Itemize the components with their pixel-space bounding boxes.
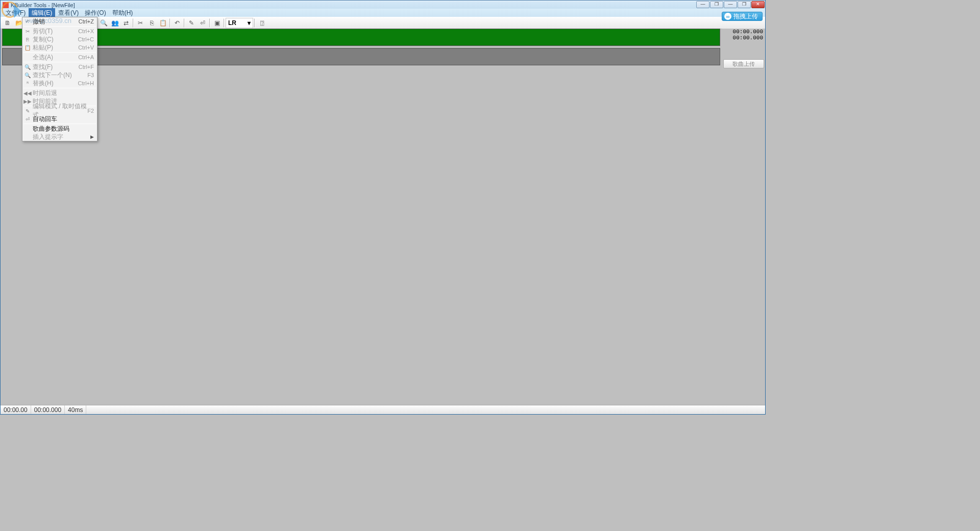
auto-enter-icon[interactable]: ⏎ [197,18,208,28]
replace-icon[interactable]: ⇄ [120,18,132,28]
menu-item-label: 歌曲参数源码 [32,125,94,133]
copy-icon[interactable]: ⎘ [146,18,157,28]
menu-item-粘贴P: 📋粘贴(P)Ctrl+V [22,43,97,52]
maximize-button[interactable]: ❐ [738,1,751,8]
menubar: 文件(F) 编辑(E) 查看(V) 操作(O) 帮助(H) [1,9,765,17]
separator [184,18,185,28]
menu-item-icon: ◀◀ [23,90,32,96]
window-title: KBuilder Tools - [NewFile] [11,2,75,8]
menu-action[interactable]: 操作(O) [82,8,109,18]
menu-item-全选A: 全选(A)Ctrl+A [22,53,97,61]
menu-item-自动回车[interactable]: ⏎自动回车 [22,115,97,123]
drag-upload-button[interactable]: ∞ 拖拽上传 [722,12,763,21]
menu-item-歌曲参数源码[interactable]: 歌曲参数源码 [22,125,97,133]
menu-edit[interactable]: 编辑(E) [29,8,55,18]
menu-item-剪切T: ✂剪切(T)Ctrl+X [22,27,97,35]
menu-item-label: 自动回车 [32,115,94,124]
menu-item-icon: ✎ [23,108,32,114]
menu-item-icon: ✂ [23,29,32,34]
find-icon[interactable]: 🔍 [98,18,109,28]
menu-item-label: 剪切(T) [32,27,78,36]
menu-item-shortcut: Ctrl+X [78,28,94,34]
menu-item-label: 查找下一个(N) [32,71,87,80]
menu-item-编辑模式取时值模式: ✎编辑模式 / 取时值模式F2 [22,107,97,115]
cut-icon[interactable]: ✂ [135,18,146,28]
menu-item-icon: 📋 [23,45,32,51]
menu-item-shortcut: Ctrl+A [78,54,94,60]
help-icon[interactable]: ⍰ [256,18,267,28]
menu-item-icon: ᴿ [23,81,32,86]
drag-upload-label: 拖拽上传 [733,12,758,21]
menu-item-shortcut: Ctrl+V [78,44,94,51]
find-next-icon[interactable]: 👥 [109,18,120,28]
upload-song-button[interactable]: 歌曲上传 [723,59,764,68]
menu-item-icon: 🔍 [23,73,32,78]
source-icon[interactable]: ▣ [211,18,223,28]
menu-item-icon: ⏎ [23,116,32,122]
menu-file[interactable]: 文件(F) [3,8,29,18]
app-icon [3,2,9,8]
time-display-1: 00:00.000 [722,29,765,35]
menu-item-复制C: ⎘复制(C)Ctrl+C [22,35,97,43]
undo-icon[interactable]: ↶ [172,18,183,28]
right-panel: 00:00.000 00:00.000 歌曲上传 [722,29,765,69]
separator [254,18,255,28]
menu-item-label: 复制(C) [32,35,78,44]
status-time2: 00:00.000 [31,405,65,414]
separator [224,18,225,28]
time-display-2: 00:00.000 [722,35,765,41]
lr-label: LR [228,19,236,27]
statusbar: 00:00.00 00:00.000 40ms [1,405,765,414]
menu-item-icon: ▶▶ [23,99,32,104]
menu-item-查找F: 🔍查找(F)Ctrl+F [22,63,97,71]
menu-item-label: 插入提示字 [32,133,90,141]
cloud-icon: ∞ [724,13,731,20]
new-icon[interactable]: 🗎 [2,18,13,28]
menu-item-shortcut: F2 [87,108,94,114]
menu-help[interactable]: 帮助(H) [109,8,136,18]
menu-item-时间后退: ◀◀时间后退 [22,89,97,97]
menu-item-icon: 🔍 [23,64,32,70]
paste-icon[interactable]: 📋 [157,18,168,28]
lr-selector[interactable]: LR ▾ [226,18,253,28]
menu-view[interactable]: 查看(V) [55,8,82,18]
menu-item-查找下一个N: 🔍查找下一个(N)F3 [22,71,97,79]
separator [209,18,210,28]
menu-item-label: 撤销 [32,17,79,26]
menu-item-替换H: ᴿ替换(H)Ctrl+H [22,79,97,87]
menu-item-label: 全选(A) [32,53,78,62]
menu-item-插入提示字: 插入提示字▶ [22,133,97,141]
menu-item-shortcut: Ctrl+Z [79,18,94,25]
mode-icon[interactable]: ✎ [186,18,197,28]
restore-button[interactable]: ❐ [710,1,723,8]
separator [133,18,134,28]
window-controls: — ❐ — ❐ ✕ [696,1,765,8]
menu-item-label: 替换(H) [32,79,78,88]
close-button[interactable]: ✕ [751,1,765,8]
dropdown-arrow-icon: ▾ [248,19,251,27]
status-time1: 00:00.00 [1,405,31,414]
menu-item-icon: ↶ [23,19,32,25]
separator [169,18,170,28]
status-ms: 40ms [65,405,86,414]
menu-item-shortcut: Ctrl+H [78,80,94,86]
sub-minimize-button[interactable]: — [724,1,737,8]
submenu-arrow-icon: ▶ [90,134,94,139]
menu-item-shortcut: Ctrl+F [79,64,94,70]
menu-item-label: 粘贴(P) [32,43,78,52]
menu-item-撤销[interactable]: ↶撤销Ctrl+Z [22,17,97,26]
minimize-button[interactable]: — [696,1,709,8]
track-lyric[interactable] [2,29,720,46]
menu-item-label: 查找(F) [32,63,79,71]
toolbar: 🗎 📂 💾 ☰ ⏮ ▶ ⏹ ⏭ 🔍 👥 ⇄ ✂ ⎘ 📋 ↶ ✎ ⏎ ▣ LR ▾… [1,17,765,29]
track-secondary[interactable] [2,48,720,65]
menu-item-label: 时间后退 [32,89,94,98]
menu-item-icon: ⎘ [23,37,32,42]
track-area [2,29,720,65]
menu-item-shortcut: F3 [87,72,94,78]
edit-menu-dropdown: ↶撤销Ctrl+Z✂剪切(T)Ctrl+X⎘复制(C)Ctrl+C📋粘贴(P)C… [22,17,97,141]
menu-item-shortcut: Ctrl+C [78,36,94,42]
